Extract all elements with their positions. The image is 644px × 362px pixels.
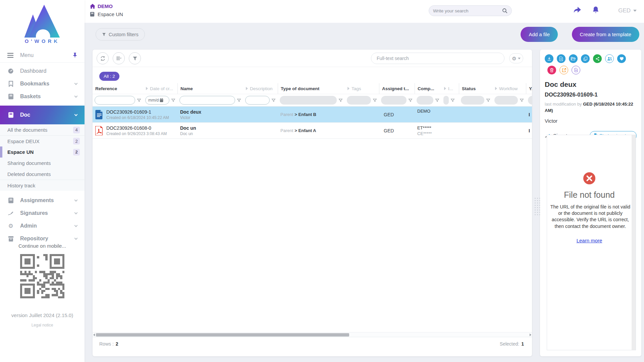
global-search-input[interactable] [433, 8, 502, 13]
clipboard-icon [7, 197, 14, 203]
column-header-status[interactable]: Status [459, 83, 492, 94]
column-header-i[interactable]: I... [441, 83, 459, 94]
scroll-left-arrow-icon[interactable] [93, 334, 95, 336]
filter-i-select[interactable] [443, 96, 449, 105]
table-row[interactable]: DOC230926-01609-1 Created on 6/18/2024 1… [93, 107, 532, 123]
filter-status-select[interactable] [461, 96, 484, 105]
funnel-icon[interactable] [450, 98, 455, 103]
column-header-tags[interactable]: Tags [345, 83, 379, 94]
app-version: version Juillet 2024 (2.15.0) [0, 312, 85, 318]
refresh-button[interactable] [97, 52, 109, 64]
company-sub: CE***** [417, 131, 432, 136]
document-created: Created on 6/18/2024 10:45:22 AM [106, 115, 141, 120]
sidebar-item-baskets[interactable]: Baskets [0, 90, 85, 103]
search-icon[interactable] [502, 8, 507, 13]
sidebar-item-espace-deux[interactable]: Espace DEUX 2 [0, 135, 85, 146]
trash-icon[interactable] [547, 66, 556, 74]
preview-scrollbar[interactable] [632, 135, 636, 350]
count-badge: 2 [73, 149, 80, 156]
share-arrow-icon[interactable] [573, 6, 582, 14]
filter-name-input[interactable] [179, 96, 235, 105]
external-link-icon[interactable] [559, 66, 568, 74]
sidebar-item-signatures[interactable]: Signatures [0, 207, 85, 220]
filter-date-input[interactable]: mm/d [145, 96, 169, 105]
heart-icon[interactable] [617, 54, 626, 63]
sidebar-item-bookmarks[interactable]: Bookmarks [0, 77, 85, 90]
hamburger-icon[interactable] [7, 53, 13, 58]
copy-icon[interactable] [581, 54, 590, 63]
funnel-icon[interactable] [486, 98, 490, 103]
calendar-icon[interactable] [160, 98, 163, 102]
create-from-template-button[interactable]: Create from a template [572, 27, 639, 42]
bell-icon[interactable] [592, 6, 599, 14]
column-header-assigned[interactable]: Assigned t... [379, 83, 415, 94]
table-row[interactable]: DOC230926-01608-0 Created on 9/26/2023 3… [93, 123, 532, 139]
sidebar-item-admin[interactable]: ⚙ Admin [0, 220, 85, 232]
filter-type-select[interactable] [280, 96, 337, 105]
filter-y-select[interactable] [528, 96, 532, 105]
column-header-y[interactable]: Y... [526, 83, 532, 94]
filter-assigned-select[interactable] [381, 96, 407, 105]
sidebar-item-sharing-documents[interactable]: Sharing documents [0, 158, 85, 169]
horizontal-scrollbar[interactable] [93, 332, 532, 337]
sidebar-item-doc[interactable]: Doc [0, 106, 85, 124]
column-header-name[interactable]: Name [177, 83, 243, 94]
user-menu[interactable]: GED [618, 7, 637, 14]
users-icon[interactable] [605, 54, 614, 63]
filter-tags-select[interactable] [347, 96, 371, 105]
tab-all-documents[interactable]: All : 2 [99, 72, 119, 81]
filter-button[interactable] [129, 52, 141, 64]
company: ET***** [417, 125, 432, 130]
file-lines-icon[interactable] [572, 66, 580, 74]
column-header-date[interactable]: Date of cr... [143, 83, 177, 94]
filter-description-input[interactable] [245, 96, 270, 105]
column-header-company[interactable]: Comp... [415, 83, 441, 94]
funnel-icon[interactable] [520, 98, 524, 103]
workspace-crumb[interactable]: DEMO [90, 3, 123, 9]
sidebar-item-all-documents[interactable]: All the documents 4 [0, 124, 85, 135]
share-nodes-icon[interactable] [593, 54, 602, 63]
funnel-icon[interactable] [408, 98, 413, 103]
chevron-down-icon [74, 224, 78, 227]
sidebar-item-espace-un[interactable]: Espace UN 2 [0, 146, 85, 158]
scroll-right-arrow-icon[interactable] [530, 334, 531, 336]
legal-notice-link[interactable]: Legal notice [32, 323, 53, 327]
fulltext-search-input[interactable] [371, 53, 504, 64]
funnel-icon[interactable] [271, 98, 276, 103]
column-header-workflow[interactable]: Workflow [492, 83, 526, 94]
funnel-icon[interactable] [435, 98, 439, 103]
scrollbar-thumb[interactable] [96, 333, 349, 337]
folder-open-icon[interactable] [569, 54, 578, 63]
funnel-icon[interactable] [338, 98, 343, 103]
funnel-icon[interactable] [171, 98, 175, 103]
sidebar-item-dashboard[interactable]: Dashboard [0, 65, 85, 77]
learn-more-link[interactable]: Learn more [577, 238, 602, 243]
filter-reference-input[interactable] [95, 96, 135, 105]
sidebar-item-assignments[interactable]: Assignments [0, 194, 85, 207]
column-header-reference[interactable]: Reference [93, 83, 143, 94]
resize-arrow-icon [347, 87, 350, 90]
space-crumb[interactable]: Espace UN [90, 11, 123, 17]
detail-toolbar-row1 [545, 54, 637, 63]
funnel-icon[interactable] [237, 98, 241, 103]
column-header-description[interactable]: Description [243, 83, 278, 94]
sidebar-item-history-track[interactable]: History track [0, 180, 85, 191]
funnel-icon[interactable] [137, 98, 141, 103]
filter-workflow-select[interactable] [494, 96, 518, 105]
filter-company-select[interactable] [417, 96, 433, 105]
sidebar-item-deleted-documents[interactable]: Deleted documents [0, 169, 85, 180]
pin-icon[interactable] [73, 53, 77, 58]
grid-settings-button[interactable]: ⚙ [509, 53, 523, 63]
panel-resize-handle[interactable] [535, 198, 540, 215]
funnel-icon[interactable] [373, 98, 377, 103]
column-header-type[interactable]: Type of document [278, 83, 345, 94]
file-upload-icon[interactable] [557, 54, 566, 63]
columns-button[interactable] [113, 52, 125, 64]
custom-filters-button[interactable]: Custom filters [96, 28, 145, 41]
download-icon[interactable] [545, 54, 553, 63]
rows-count: 2 [116, 341, 118, 347]
add-file-button[interactable]: Add a file [521, 27, 558, 42]
book-icon [90, 12, 95, 17]
qr-code [20, 254, 64, 298]
document-name: Doc deux [180, 109, 201, 115]
